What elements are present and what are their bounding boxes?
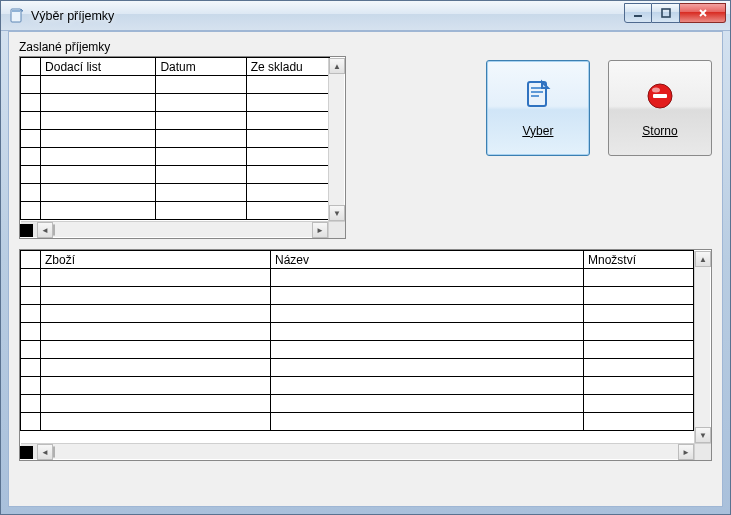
table-cell[interactable] — [584, 413, 694, 431]
table-cell[interactable] — [156, 202, 246, 220]
table-cell[interactable] — [271, 287, 584, 305]
table-cell[interactable] — [41, 359, 271, 377]
table-row[interactable] — [21, 94, 330, 112]
table-cell[interactable] — [41, 94, 156, 112]
maximize-button[interactable] — [652, 3, 680, 23]
scroll-right-button[interactable]: ► — [678, 444, 694, 460]
row-indicator[interactable] — [21, 94, 41, 112]
titlebar[interactable]: Výběr příjemky — [1, 1, 730, 31]
table-row[interactable] — [21, 76, 330, 94]
row-indicator[interactable] — [21, 305, 41, 323]
table-cell[interactable] — [271, 377, 584, 395]
table-cell[interactable] — [246, 76, 329, 94]
table-row[interactable] — [21, 202, 330, 220]
table-cell[interactable] — [271, 413, 584, 431]
table-cell[interactable] — [584, 377, 694, 395]
scroll-track[interactable] — [695, 267, 710, 427]
table-cell[interactable] — [41, 341, 271, 359]
row-indicator[interactable] — [21, 323, 41, 341]
row-indicator[interactable] — [21, 184, 41, 202]
row-indicator[interactable] — [21, 112, 41, 130]
table-cell[interactable] — [271, 359, 584, 377]
horizontal-scrollbar[interactable]: ◄ ► — [21, 443, 694, 459]
table-cell[interactable] — [271, 305, 584, 323]
table-cell[interactable] — [584, 359, 694, 377]
table-row[interactable] — [21, 305, 694, 323]
table-row[interactable] — [21, 413, 694, 431]
receipts-grid[interactable]: Dodací list Datum Ze skladu ▲ ▼ ◄ — [19, 56, 346, 239]
scroll-track[interactable] — [329, 74, 344, 205]
row-indicator[interactable] — [21, 148, 41, 166]
table-cell[interactable] — [41, 76, 156, 94]
scroll-thumb[interactable] — [53, 224, 55, 236]
table-cell[interactable] — [246, 130, 329, 148]
table-cell[interactable] — [246, 184, 329, 202]
table-cell[interactable] — [584, 341, 694, 359]
table-cell[interactable] — [584, 305, 694, 323]
table-cell[interactable] — [41, 148, 156, 166]
table-row[interactable] — [21, 359, 694, 377]
minimize-button[interactable] — [624, 3, 652, 23]
table-cell[interactable] — [41, 377, 271, 395]
table-cell[interactable] — [41, 130, 156, 148]
scroll-up-button[interactable]: ▲ — [695, 251, 711, 267]
table-cell[interactable] — [246, 202, 329, 220]
scroll-right-button[interactable]: ► — [312, 222, 328, 238]
table-cell[interactable] — [246, 166, 329, 184]
table-row[interactable] — [21, 130, 330, 148]
row-indicator[interactable] — [21, 130, 41, 148]
table-cell[interactable] — [41, 202, 156, 220]
row-indicator[interactable] — [21, 166, 41, 184]
table-cell[interactable] — [271, 341, 584, 359]
table-cell[interactable] — [156, 184, 246, 202]
scroll-up-button[interactable]: ▲ — [329, 58, 345, 74]
table-row[interactable] — [21, 184, 330, 202]
row-indicator[interactable] — [21, 413, 41, 431]
table-row[interactable] — [21, 377, 694, 395]
table-row[interactable] — [21, 341, 694, 359]
table-cell[interactable] — [41, 269, 271, 287]
row-indicator[interactable] — [21, 377, 41, 395]
scroll-left-button[interactable]: ◄ — [37, 444, 53, 460]
table-cell[interactable] — [41, 112, 156, 130]
table-cell[interactable] — [246, 112, 329, 130]
scroll-down-button[interactable]: ▼ — [695, 427, 711, 443]
table-cell[interactable] — [156, 130, 246, 148]
table-row[interactable] — [21, 148, 330, 166]
cancel-button[interactable]: Storno — [608, 60, 712, 156]
row-indicator[interactable] — [21, 341, 41, 359]
row-indicator[interactable] — [21, 269, 41, 287]
row-indicator[interactable] — [21, 287, 41, 305]
close-button[interactable] — [680, 3, 726, 23]
col-from-warehouse[interactable]: Ze skladu — [246, 58, 329, 76]
table-cell[interactable] — [41, 413, 271, 431]
table-cell[interactable] — [41, 305, 271, 323]
table-row[interactable] — [21, 112, 330, 130]
table-cell[interactable] — [584, 287, 694, 305]
vertical-scrollbar[interactable]: ▲ ▼ — [328, 58, 344, 221]
items-grid[interactable]: Zboží Název Množství ▲ ▼ ◄ ► — [19, 249, 712, 461]
table-cell[interactable] — [246, 94, 329, 112]
scroll-track[interactable] — [53, 222, 312, 237]
scroll-track[interactable] — [53, 444, 678, 459]
table-cell[interactable] — [246, 148, 329, 166]
table-row[interactable] — [21, 269, 694, 287]
col-name[interactable]: Název — [271, 251, 584, 269]
table-cell[interactable] — [156, 76, 246, 94]
table-cell[interactable] — [41, 287, 271, 305]
row-indicator[interactable] — [21, 76, 41, 94]
table-cell[interactable] — [156, 94, 246, 112]
select-button[interactable]: Vyber — [486, 60, 590, 156]
table-cell[interactable] — [41, 395, 271, 413]
table-cell[interactable] — [41, 184, 156, 202]
scroll-down-button[interactable]: ▼ — [329, 205, 345, 221]
table-cell[interactable] — [156, 148, 246, 166]
vertical-scrollbar[interactable]: ▲ ▼ — [694, 251, 710, 443]
col-date[interactable]: Datum — [156, 58, 246, 76]
row-indicator[interactable] — [21, 359, 41, 377]
table-cell[interactable] — [584, 323, 694, 341]
table-cell[interactable] — [271, 395, 584, 413]
table-cell[interactable] — [41, 166, 156, 184]
horizontal-scrollbar[interactable]: ◄ ► — [21, 221, 328, 237]
table-cell[interactable] — [584, 395, 694, 413]
